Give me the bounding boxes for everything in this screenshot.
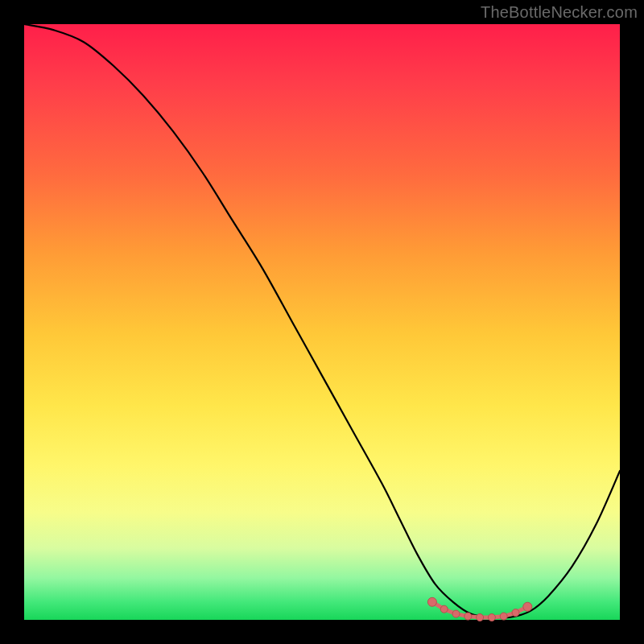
bottleneck-curve (24, 24, 620, 617)
trough-markers-group (427, 597, 531, 621)
chart-frame: TheBottleNecker.com (0, 0, 644, 644)
trough-marker (427, 597, 436, 606)
trough-marker (440, 605, 448, 613)
trough-marker (477, 614, 484, 621)
trough-marker (452, 610, 460, 617)
chart-svg (24, 24, 620, 620)
watermark-text: TheBottleNecker.com (481, 3, 638, 22)
trough-marker (488, 614, 495, 621)
trough-marker (500, 613, 507, 620)
trough-marker (523, 602, 532, 611)
trough-marker (464, 613, 472, 620)
chart-plot-area (24, 24, 620, 620)
trough-marker (512, 609, 519, 617)
